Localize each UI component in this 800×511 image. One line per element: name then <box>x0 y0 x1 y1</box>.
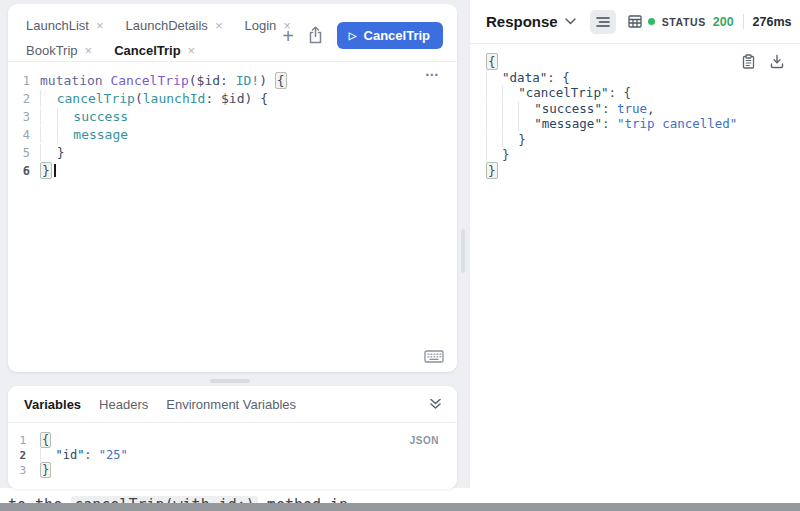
code-token: "trip cancelled" <box>617 116 737 131</box>
variables-editor[interactable]: 1{2 "id": "25"3} <box>8 423 457 478</box>
code-token: } <box>486 162 498 179</box>
collapse-panel-button[interactable] <box>428 396 443 411</box>
code-text: } <box>40 463 52 478</box>
status-code: 200 <box>713 15 734 29</box>
code-token <box>502 116 518 131</box>
code-text: } <box>40 162 56 180</box>
line-number: 3 <box>8 108 30 126</box>
code-token: $id <box>221 91 244 106</box>
operation-tabs-bar: LaunchList × LaunchDetails × Login × Boo… <box>8 4 457 62</box>
tab-canceltrip[interactable]: CancelTrip × <box>114 44 195 57</box>
code-token: { <box>275 72 287 89</box>
code-text: mutation CancelTrip($id: ID!) { <box>40 72 288 90</box>
code-token: success <box>73 109 128 124</box>
code-token: ( <box>189 73 197 88</box>
status-label: STATUS <box>662 16 706 28</box>
code-token <box>40 108 57 125</box>
download-response-button[interactable] <box>770 54 784 69</box>
response-status-cluster: STATUS 200 276ms 68B <box>648 14 800 29</box>
code-text: "data": { <box>486 70 570 86</box>
code-token: { <box>252 91 268 106</box>
code-text: success <box>40 108 128 126</box>
tab-label: LaunchList <box>26 19 89 32</box>
table-grid-icon <box>628 15 642 28</box>
code-token <box>502 85 518 100</box>
code-token: cancelTrip <box>57 91 135 106</box>
tab-variables[interactable]: Variables <box>24 397 81 412</box>
operation-card: LaunchList × LaunchDetails × Login × Boo… <box>8 4 457 372</box>
code-token <box>486 101 502 116</box>
code-token <box>57 108 74 125</box>
code-token: "data" <box>502 70 547 85</box>
line-number: 6 <box>8 162 30 180</box>
tree-view-button[interactable] <box>590 10 616 34</box>
tab-row-2: BookTrip × CancelTrip × <box>26 38 307 63</box>
tab-launchlist[interactable]: LaunchList × <box>26 19 103 32</box>
code-line: 3} <box>8 463 457 478</box>
code-text: } <box>486 147 510 163</box>
code-token: "success" <box>534 101 602 116</box>
code-token <box>40 448 55 462</box>
horizontal-resize-handle[interactable] <box>210 379 250 383</box>
line-number: 4 <box>8 126 30 144</box>
double-chevron-down-icon <box>428 396 443 411</box>
code-token: } <box>40 162 52 179</box>
code-token <box>486 85 502 100</box>
code-token: { <box>562 70 570 85</box>
line-number: 2 <box>8 448 26 463</box>
code-line: 5 } <box>8 144 457 162</box>
code-line: "message": "trip cancelled" <box>486 116 784 132</box>
line-number: 2 <box>8 90 30 108</box>
code-text: } <box>486 163 499 179</box>
code-line: "data": { <box>486 70 784 86</box>
code-token: : <box>608 85 623 100</box>
close-icon[interactable]: × <box>215 19 223 32</box>
code-token <box>518 101 534 116</box>
clipboard-icon <box>742 54 755 69</box>
code-token: } <box>518 132 526 147</box>
share-button[interactable] <box>307 26 324 45</box>
list-lines-icon <box>596 16 610 28</box>
background-gray-band <box>0 503 800 511</box>
close-icon[interactable]: × <box>188 44 196 57</box>
code-token <box>267 73 275 88</box>
copy-response-button[interactable] <box>742 54 755 69</box>
keyboard-shortcuts-button[interactable] <box>424 350 444 363</box>
code-token: : <box>220 73 236 88</box>
tab-headers[interactable]: Headers <box>99 397 148 412</box>
tab-label: LaunchDetails <box>125 19 207 32</box>
code-token: : <box>84 448 98 462</box>
run-button-label: CancelTrip <box>364 28 430 43</box>
code-token <box>40 90 57 107</box>
tab-launchdetails[interactable]: LaunchDetails × <box>125 19 222 32</box>
tab-label: Login <box>244 19 276 32</box>
plus-icon: + <box>282 26 294 46</box>
table-view-button[interactable] <box>622 10 648 34</box>
code-token: ( <box>135 91 143 106</box>
code-line: 1{ <box>8 433 457 448</box>
response-dropdown[interactable] <box>565 18 576 25</box>
language-badge: JSON <box>410 435 439 446</box>
editor-menu-button[interactable]: ⋯ <box>425 66 440 82</box>
tab-environment-variables[interactable]: Environment Variables <box>166 397 296 412</box>
share-icon <box>307 26 324 45</box>
code-line: { <box>486 54 784 70</box>
run-operation-button[interactable]: ▷ CancelTrip <box>337 22 443 49</box>
code-line: "success": true, <box>486 101 784 117</box>
code-token: "25" <box>99 448 128 462</box>
tab-label: BookTrip <box>26 44 78 57</box>
code-token: { <box>40 432 51 448</box>
new-tab-button[interactable]: + <box>282 26 294 46</box>
tab-booktrip[interactable]: BookTrip × <box>26 44 92 57</box>
response-actions <box>742 54 784 69</box>
code-token: mutation <box>40 73 110 88</box>
operation-editor[interactable]: 1mutation CancelTrip($id: ID!) {2 cancel… <box>8 62 457 180</box>
play-icon: ▷ <box>349 31 357 41</box>
close-icon[interactable]: × <box>96 19 104 32</box>
vertical-resize-handle[interactable] <box>461 229 465 273</box>
code-token <box>40 144 57 161</box>
code-text: { <box>486 54 499 70</box>
close-icon[interactable]: × <box>85 44 93 57</box>
code-token <box>486 147 502 162</box>
code-line: 4 message <box>8 126 457 144</box>
